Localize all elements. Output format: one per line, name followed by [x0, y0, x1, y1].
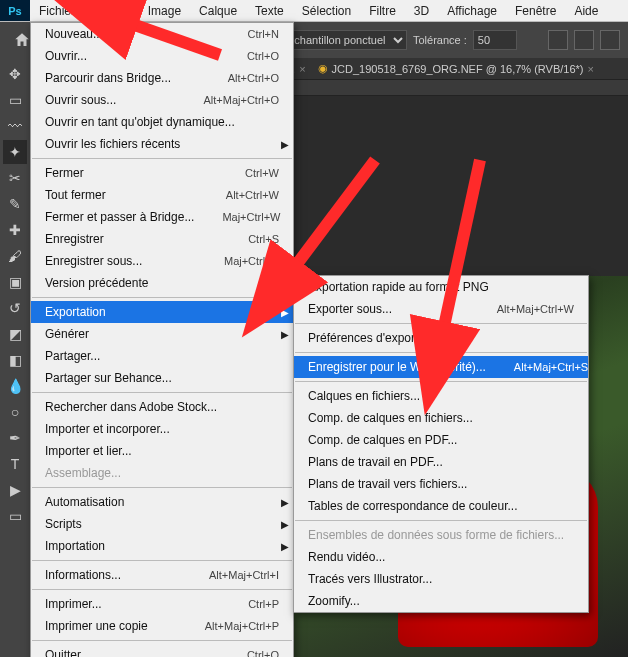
- file-item-21[interactable]: Importer et lier...: [31, 440, 293, 462]
- file-item-28[interactable]: Informations...Alt+Maj+Ctrl+I: [31, 564, 293, 586]
- file-item-25[interactable]: Scripts▶: [31, 513, 293, 535]
- menu-item-label: Quitter: [45, 648, 109, 657]
- brush-tool[interactable]: 🖌: [3, 244, 27, 268]
- menu-image[interactable]: Image: [139, 0, 190, 21]
- type-tool[interactable]: T: [3, 452, 27, 476]
- export-item-16[interactable]: Tracés vers Illustrator...: [294, 568, 588, 590]
- menu-edition[interactable]: Edition: [84, 0, 139, 21]
- submenu-arrow-icon: ▶: [281, 497, 289, 508]
- file-item-19[interactable]: Rechercher dans Adobe Stock...: [31, 396, 293, 418]
- menu-calque[interactable]: Calque: [190, 0, 246, 21]
- blur-tool[interactable]: 💧: [3, 374, 27, 398]
- menu-item-shortcut: Alt+Maj+Ctrl+S: [514, 361, 588, 373]
- tab-doc-2[interactable]: ◉ JCD_190518_6769_ORG.NEF @ 16,7% (RVB/1…: [318, 62, 594, 75]
- file-item-3[interactable]: Ouvrir sous...Alt+Maj+Ctrl+O: [31, 89, 293, 111]
- lasso-tool[interactable]: 〰: [3, 114, 27, 138]
- eraser-tool[interactable]: ◩: [3, 322, 27, 346]
- file-item-9[interactable]: Fermer et passer à Bridge...Maj+Ctrl+W: [31, 206, 293, 228]
- menu-filtre[interactable]: Filtre: [360, 0, 405, 21]
- file-item-16[interactable]: Partager...: [31, 345, 293, 367]
- menu-item-label: Imprimer une copie: [45, 619, 176, 633]
- rectangle-tool[interactable]: ▭: [3, 504, 27, 528]
- menu-fichier[interactable]: Fichier: [30, 0, 84, 21]
- path-select-tool[interactable]: ▶: [3, 478, 27, 502]
- export-item-8[interactable]: Comp. de calques en fichiers...: [294, 407, 588, 429]
- menu-fenêtre[interactable]: Fenêtre: [506, 0, 565, 21]
- export-item-10[interactable]: Plans de travail en PDF...: [294, 451, 588, 473]
- export-item-7[interactable]: Calques en fichiers...: [294, 385, 588, 407]
- options-icon-3[interactable]: [600, 30, 620, 50]
- file-item-11[interactable]: Enregistrer sous...Maj+Ctrl+S: [31, 250, 293, 272]
- file-item-0[interactable]: Nouveau...Ctrl+N: [31, 23, 293, 45]
- menu-affichage[interactable]: Affichage: [438, 0, 506, 21]
- file-item-33[interactable]: QuitterCtrl+Q: [31, 644, 293, 657]
- submenu-arrow-icon: ▶: [281, 307, 289, 318]
- file-item-30[interactable]: Imprimer...Ctrl+P: [31, 593, 293, 615]
- pen-tool[interactable]: ✒: [3, 426, 27, 450]
- menu-item-label: Tout fermer: [45, 188, 134, 202]
- file-item-4[interactable]: Ouvrir en tant qu'objet dynamique...: [31, 111, 293, 133]
- file-item-17[interactable]: Partager sur Behance...: [31, 367, 293, 389]
- healing-tool[interactable]: ✚: [3, 218, 27, 242]
- export-item-0[interactable]: Exportation rapide au format PNG: [294, 276, 588, 298]
- menu-texte[interactable]: Texte: [246, 0, 293, 21]
- file-separator: [32, 297, 292, 298]
- magic-wand-tool[interactable]: ✦: [3, 140, 27, 164]
- file-item-12[interactable]: Version précédenteF12: [31, 272, 293, 294]
- history-brush-tool[interactable]: ↺: [3, 296, 27, 320]
- menu-item-label: Comp. de calques en PDF...: [308, 433, 485, 447]
- menu-item-label: Ouvrir sous...: [45, 93, 144, 107]
- close-icon[interactable]: ×: [299, 63, 305, 75]
- crop-tool[interactable]: ✂: [3, 166, 27, 190]
- menu-item-label: Importer et incorporer...: [45, 422, 198, 436]
- options-icon-1[interactable]: [548, 30, 568, 50]
- file-item-7[interactable]: FermerCtrl+W: [31, 162, 293, 184]
- export-item-17[interactable]: Zoomify...: [294, 590, 588, 612]
- menu-file-dropdown: Nouveau...Ctrl+NOuvrir...Ctrl+OParcourir…: [30, 22, 294, 657]
- file-item-2[interactable]: Parcourir dans Bridge...Alt+Ctrl+O: [31, 67, 293, 89]
- file-separator: [32, 392, 292, 393]
- menu-item-label: Parcourir dans Bridge...: [45, 71, 199, 85]
- export-item-11[interactable]: Plans de travail vers fichiers...: [294, 473, 588, 495]
- close-icon[interactable]: ×: [587, 63, 593, 75]
- file-item-5[interactable]: Ouvrir les fichiers récents▶: [31, 133, 293, 155]
- export-item-3[interactable]: Préférences d'exportation...: [294, 327, 588, 349]
- eyedropper-tool[interactable]: ✎: [3, 192, 27, 216]
- menu-sélection[interactable]: Sélection: [293, 0, 360, 21]
- file-item-20[interactable]: Importer et incorporer...: [31, 418, 293, 440]
- menu-item-label: Exporter sous...: [308, 302, 420, 316]
- file-item-22: Assemblage...: [31, 462, 293, 484]
- marquee-tool[interactable]: ▭: [3, 88, 27, 112]
- submenu-arrow-icon: ▶: [281, 329, 289, 340]
- tolerance-input[interactable]: [473, 30, 517, 50]
- file-item-31[interactable]: Imprimer une copieAlt+Maj+Ctrl+P: [31, 615, 293, 637]
- file-item-8[interactable]: Tout fermerAlt+Ctrl+W: [31, 184, 293, 206]
- export-item-5[interactable]: Enregistrer pour le Web (hérité)...Alt+M…: [294, 356, 588, 378]
- file-item-1[interactable]: Ouvrir...Ctrl+O: [31, 45, 293, 67]
- options-icon-2[interactable]: [574, 30, 594, 50]
- export-item-15[interactable]: Rendu vidéo...: [294, 546, 588, 568]
- file-item-14[interactable]: Exportation▶: [31, 301, 293, 323]
- file-item-10[interactable]: EnregistrerCtrl+S: [31, 228, 293, 250]
- menu-3d[interactable]: 3D: [405, 0, 438, 21]
- dodge-tool[interactable]: ○: [3, 400, 27, 424]
- menu-item-shortcut: Ctrl+Q: [247, 649, 279, 657]
- export-separator: [295, 323, 587, 324]
- menu-item-label: Assemblage...: [45, 466, 149, 480]
- move-tool[interactable]: ✥: [3, 62, 27, 86]
- export-item-12[interactable]: Tables de correspondance de couleur...: [294, 495, 588, 517]
- export-item-1[interactable]: Exporter sous...Alt+Maj+Ctrl+W: [294, 298, 588, 320]
- menu-item-shortcut: Alt+Maj+Ctrl+W: [497, 303, 574, 315]
- menu-item-shortcut: Maj+Ctrl+S: [224, 255, 279, 267]
- stamp-tool[interactable]: ▣: [3, 270, 27, 294]
- menu-item-label: Partager sur Behance...: [45, 371, 200, 385]
- menu-item-label: Scripts: [45, 517, 110, 531]
- sample-select[interactable]: Echantillon ponctuel: [278, 30, 407, 50]
- file-item-15[interactable]: Générer▶: [31, 323, 293, 345]
- menu-aide[interactable]: Aide: [565, 0, 607, 21]
- file-item-24[interactable]: Automatisation▶: [31, 491, 293, 513]
- file-item-26[interactable]: Importation▶: [31, 535, 293, 557]
- menu-item-shortcut: F12: [260, 277, 279, 289]
- export-item-9[interactable]: Comp. de calques en PDF...: [294, 429, 588, 451]
- gradient-tool[interactable]: ◧: [3, 348, 27, 372]
